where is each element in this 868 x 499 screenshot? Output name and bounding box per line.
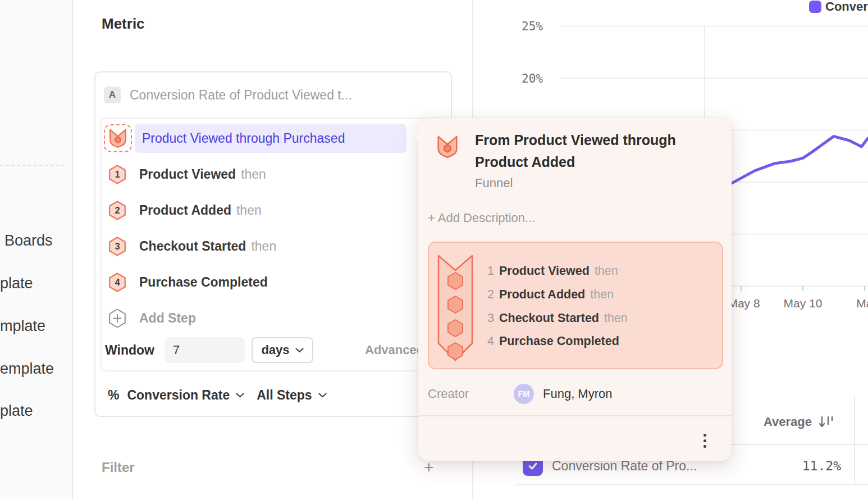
sidebar-item-template-2[interactable]: mplate xyxy=(0,317,45,335)
chevron-down-icon xyxy=(318,393,327,398)
funnel-step-row[interactable]: 4 Purchase Completed xyxy=(108,273,273,292)
sort-descending-icon xyxy=(817,415,834,429)
step-label: Product Viewedthen xyxy=(139,167,266,182)
selected-funnel-range-label: Product Viewed through Purchased xyxy=(142,131,345,146)
popover-step-row: 3Checkout Startedthen xyxy=(487,310,628,326)
step-number-badge: 2 xyxy=(108,201,126,220)
window-label: Window xyxy=(105,341,154,359)
add-step-button[interactable]: Add Step xyxy=(108,309,196,328)
step-number-badge: 1 xyxy=(108,165,126,184)
funnel-icon xyxy=(109,128,127,148)
window-unit-dropdown[interactable]: days xyxy=(252,337,313,363)
filter-heading: Filter xyxy=(102,459,135,477)
creator-name: Fung, Myron xyxy=(543,386,613,402)
funnel-icon-box[interactable] xyxy=(104,124,132,152)
creator-label: Creator xyxy=(428,386,469,402)
percent-symbol: % xyxy=(108,388,119,403)
metric-heading: Metric xyxy=(102,15,145,33)
more-options-button[interactable] xyxy=(700,430,710,451)
popover-type-label: Funnel xyxy=(475,176,513,190)
window-unit-label: days xyxy=(261,343,289,357)
step-label: Purchase Completed xyxy=(139,275,273,290)
window-value-input[interactable] xyxy=(165,337,245,363)
metric-card: A Conversion Rate of Product Viewed t...… xyxy=(94,71,452,417)
average-header-label: Average xyxy=(764,415,812,429)
table-row-divider xyxy=(517,484,868,485)
series-badge: A xyxy=(104,87,121,103)
popover-arrow xyxy=(412,130,419,143)
measure-type-dropdown[interactable]: Conversion Rate xyxy=(127,388,244,403)
popover-title: From Product Viewed through Product Adde… xyxy=(475,129,676,173)
funnel-step-row[interactable]: 2 Product Addedthen xyxy=(108,201,262,220)
sidebar-item-boards[interactable]: Boards xyxy=(4,232,53,250)
kebab-dot xyxy=(703,434,706,437)
add-description-button[interactable]: + Add Description... xyxy=(428,210,535,226)
popover-title-line1: From Product Viewed through xyxy=(475,129,676,151)
funnel-icon xyxy=(437,135,458,158)
measurement-row: % Conversion Rate All Steps xyxy=(108,386,327,404)
funnel-hovercard: From Product Viewed through Product Adde… xyxy=(418,118,732,461)
measure-scope-dropdown[interactable]: All Steps xyxy=(257,388,326,403)
sidebar-divider xyxy=(0,165,65,166)
advanced-button[interactable]: Advanced xyxy=(365,341,424,359)
add-step-hexagon-plus-icon xyxy=(108,309,126,328)
sidebar-item-template-4[interactable]: plate xyxy=(0,402,33,420)
creator-avatar: FM xyxy=(514,384,534,404)
step-label: Checkout Startedthen xyxy=(139,239,276,254)
row-average-value: 11.2% xyxy=(730,457,841,475)
funnel-builder-box: Product Viewed through Purchased 1 Produ… xyxy=(100,117,449,371)
popover-title-line2: Product Added xyxy=(475,151,676,173)
step-number-badge: 4 xyxy=(108,273,126,292)
popover-step-row: 1Product Viewedthen xyxy=(487,263,618,279)
popover-footer-divider xyxy=(418,415,732,416)
funnel-ribbon-icon xyxy=(437,255,473,362)
sidebar-item-template-3[interactable]: emplate xyxy=(0,360,54,378)
chevron-down-icon xyxy=(295,348,304,353)
step-number-badge: 3 xyxy=(108,237,126,256)
series-title[interactable]: Conversion Rate of Product Viewed t... xyxy=(130,87,352,103)
funnel-steps-card: 1Product Viewedthen 2Product Addedthen 3… xyxy=(428,242,723,369)
check-icon xyxy=(527,460,539,472)
funnel-step-row[interactable]: 3 Checkout Startedthen xyxy=(108,237,276,256)
left-sidebar: Boards plate mplate emplate plate xyxy=(0,0,73,499)
kebab-dot xyxy=(703,439,706,442)
conversion-line xyxy=(732,137,868,183)
popover-step-row: 4Purchase Completed xyxy=(487,333,624,349)
step-label: Product Addedthen xyxy=(139,203,262,218)
kebab-dot xyxy=(703,445,706,448)
popover-step-row: 2Product Addedthen xyxy=(487,287,614,302)
add-step-label: Add Step xyxy=(139,311,196,326)
funnel-step-row[interactable]: 1 Product Viewedthen xyxy=(108,165,266,184)
sidebar-item-template-1[interactable]: plate xyxy=(0,274,33,292)
chevron-down-icon xyxy=(236,393,244,398)
selected-funnel-range[interactable]: Product Viewed through Purchased xyxy=(135,124,406,153)
